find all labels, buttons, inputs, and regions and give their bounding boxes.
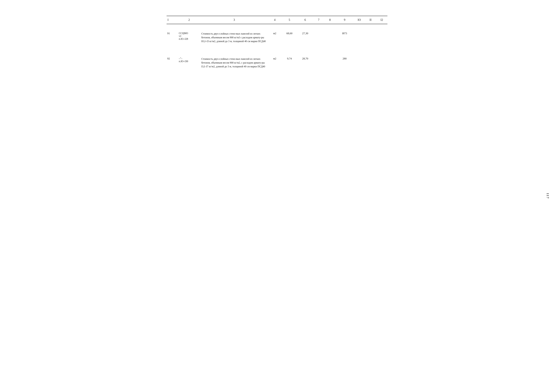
spacer-row-3 — [167, 70, 387, 82]
row92-col8 — [324, 52, 335, 70]
row92-ref: –"– п.IO–I30 — [178, 52, 200, 70]
header-col12: I2 — [376, 16, 388, 24]
header-col5: 5 — [282, 16, 297, 24]
table-wrapper: I 2 3 4 5 6 7 8 9 IO II I2 — [167, 16, 387, 82]
row91-desc: Стоимость двух-слойных стено-вых панелей… — [200, 27, 268, 44]
row91-col11 — [365, 27, 376, 44]
header-col7: 7 — [313, 16, 324, 24]
row92-ref-line2: п.IO–I30 — [179, 60, 199, 63]
header-col4: 4 — [268, 16, 282, 24]
row92-col10 — [354, 52, 365, 70]
row91-ref-line1: ССЦМО — [179, 32, 199, 35]
row91-ref-line2: т.I — [179, 35, 199, 37]
header-col8: 8 — [324, 16, 335, 24]
page-container: I 2 3 4 5 6 7 8 9 IO II I2 — [167, 16, 387, 82]
header-col11: II — [365, 16, 376, 24]
header-col9: 9 — [335, 16, 354, 24]
spacer-row-1 — [167, 24, 387, 27]
spacer-row-2 — [167, 44, 387, 52]
header-col1: I — [167, 16, 178, 24]
table-row-91: 91 ССЦМО т.I п.IO–I28 Стоимость двух-сло… — [167, 27, 387, 44]
header-col6: 6 — [297, 16, 313, 24]
row91-col5: 68,60 — [282, 27, 297, 44]
header-row: I 2 3 4 5 6 7 8 9 IO II I2 — [167, 16, 387, 24]
row92-col7 — [313, 52, 324, 70]
main-table: I 2 3 4 5 6 7 8 9 IO II I2 — [167, 16, 387, 82]
header-col3: 3 — [200, 16, 268, 24]
header-col2: 2 — [178, 16, 200, 24]
row91-ref: ССЦМО т.I п.IO–I28 — [178, 27, 200, 44]
row92-col9: 280 — [335, 52, 354, 70]
row92-num: 92 — [167, 52, 178, 70]
header-col10: IO — [354, 16, 365, 24]
row92-ref-line1: –"– — [179, 57, 199, 60]
row91-num: 91 — [167, 27, 178, 44]
row91-col12 — [376, 27, 388, 44]
row91-unit: м2 — [268, 27, 282, 44]
row91-col10 — [354, 27, 365, 44]
row92-col12 — [376, 52, 388, 70]
table-row-92: 92 –"– п.IO–I30 Стоимость двух-слойных с… — [167, 52, 387, 70]
row91-col6: 27,30 — [297, 27, 313, 44]
row91-col7 — [313, 27, 324, 44]
row91-ref-line3: п.IO–I28 — [179, 37, 199, 40]
row92-unit: м2 — [268, 52, 282, 70]
row92-desc: Стоимость двух-слойных стено-вых панелей… — [200, 52, 268, 70]
row92-col11 — [365, 52, 376, 70]
row92-col5: 9,74 — [282, 52, 297, 70]
row92-col6: 28,70 — [297, 52, 313, 70]
row91-col9: I873 — [335, 27, 354, 44]
row91-col8 — [324, 27, 335, 44]
